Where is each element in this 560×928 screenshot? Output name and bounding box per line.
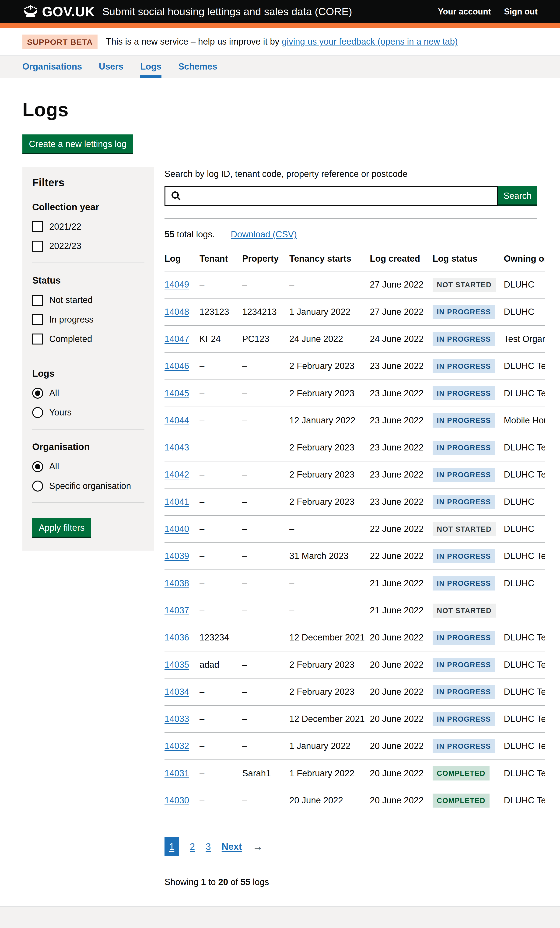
cell-owning-organisation: DLUHC (504, 570, 545, 597)
radio-yours[interactable] (32, 407, 43, 418)
table-row: 14045––2 February 202323 June 2022IN PRO… (165, 380, 545, 407)
radio-all[interactable] (32, 461, 43, 472)
status-badge: IN PROGRESS (433, 549, 495, 563)
log-link-14034[interactable]: 14034 (165, 687, 189, 697)
filter-group-label: Logs (32, 367, 145, 380)
cell-tenancy_starts: 12 December 2021 (289, 705, 370, 733)
checkbox-2022-23[interactable] (32, 241, 43, 252)
filter-option-row: All (32, 388, 145, 399)
cell-owning-organisation: DLUHC Tes (504, 380, 545, 407)
search-button[interactable]: Search (498, 186, 537, 206)
table-row: 14042––2 February 202323 June 2022IN PRO… (165, 461, 545, 488)
log-link-14045[interactable]: 14045 (165, 388, 189, 398)
log-link-14035[interactable]: 14035 (165, 660, 189, 670)
log-link-14047[interactable]: 14047 (165, 334, 189, 344)
phase-banner-text: This is a new service – help us improve … (106, 36, 458, 47)
log-link-14043[interactable]: 14043 (165, 443, 189, 452)
filter-option-row: Completed (32, 333, 145, 345)
cell-tenant: – (200, 434, 242, 461)
pagination-page-3[interactable]: 3 (206, 841, 211, 853)
cell-owning-organisation: DLUHC Tes (504, 543, 545, 570)
your-account-link[interactable]: Your account (438, 6, 491, 17)
cell-log_created: 23 June 2022 (370, 434, 433, 461)
sign-out-link[interactable]: Sign out (504, 6, 538, 17)
checkbox-2021-22[interactable] (32, 221, 43, 232)
filter-divider (32, 263, 145, 263)
cell-log_created: 23 June 2022 (370, 488, 433, 515)
log-link-14040[interactable]: 14040 (165, 524, 189, 534)
nav-link-schemes[interactable]: Schemes (178, 56, 217, 78)
status-badge: IN PROGRESS (433, 712, 495, 726)
nav-link-users[interactable]: Users (99, 56, 124, 78)
cell-tenancy_starts: 1 January 2022 (289, 298, 370, 325)
checkbox-in-progress[interactable] (32, 314, 43, 325)
govuk-logo-link[interactable]: GOV.UK (22, 3, 95, 20)
cell-owning-organisation: DLUHC (504, 516, 545, 543)
cell-tenant: – (200, 570, 242, 597)
footer: Get help with this service Online helpde… (0, 907, 560, 928)
log-link-14038[interactable]: 14038 (165, 578, 189, 588)
cell-tenancy_starts: 1 February 2022 (289, 760, 370, 787)
cell-tenancy_starts: – (289, 570, 370, 597)
service-name-link[interactable]: Submit social housing lettings and sales… (102, 5, 352, 19)
nav-link-logs[interactable]: Logs (140, 56, 162, 78)
cell-log_created: 23 June 2022 (370, 380, 433, 407)
checkbox-completed[interactable] (32, 334, 43, 345)
log-link-14032[interactable]: 14032 (165, 741, 189, 751)
radio-specific-organisation[interactable] (32, 481, 43, 491)
log-link-14049[interactable]: 14049 (165, 279, 189, 289)
filter-option-label: Not started (49, 294, 93, 306)
status-badge: IN PROGRESS (433, 414, 495, 427)
cell-log_created: 21 June 2022 (370, 597, 433, 624)
feedback-link[interactable]: giving us your feedback (opens in a new … (282, 37, 458, 46)
log-link-14042[interactable]: 14042 (165, 470, 189, 479)
cell-owning-organisation (504, 597, 545, 624)
status-badge: IN PROGRESS (433, 386, 495, 400)
cell-owning-organisation: Test Organi (504, 326, 545, 353)
cell-log_created: 23 June 2022 (370, 461, 433, 488)
cell-tenant: 123234 (200, 624, 242, 651)
filter-divider (32, 356, 145, 356)
checkbox-not-started[interactable] (32, 295, 43, 306)
phase-banner: SUPPORT BETA This is a new service – hel… (0, 28, 560, 56)
status-badge: IN PROGRESS (433, 468, 495, 482)
create-lettings-log-button[interactable]: Create a new lettings log (22, 134, 133, 153)
download-csv-link[interactable]: Download (CSV) (231, 229, 297, 239)
log-link-14033[interactable]: 14033 (165, 714, 189, 724)
radio-all[interactable] (32, 388, 43, 398)
apply-filters-button[interactable]: Apply filters (32, 518, 91, 537)
cell-tenant: 123123 (200, 298, 242, 325)
log-link-14036[interactable]: 14036 (165, 632, 189, 642)
cell-tenancy_starts: 2 February 2023 (289, 353, 370, 380)
cell-log_created: 20 June 2022 (370, 705, 433, 733)
cell-tenancy_starts: 2 February 2023 (289, 678, 370, 705)
log-link-14037[interactable]: 14037 (165, 606, 189, 615)
search-input[interactable] (181, 187, 497, 205)
log-link-14046[interactable]: 14046 (165, 361, 189, 371)
log-link-14031[interactable]: 14031 (165, 768, 189, 778)
pagination-page-1[interactable]: 1 (165, 837, 179, 856)
pagination-page-2[interactable]: 2 (190, 841, 195, 853)
cell-tenancy_starts: 2 February 2023 (289, 488, 370, 515)
filter-option-row: Not started (32, 294, 145, 306)
pagination-next-link[interactable]: Next (222, 841, 242, 853)
log-link-14041[interactable]: 14041 (165, 497, 189, 507)
status-badge: IN PROGRESS (433, 495, 495, 509)
log-link-14048[interactable]: 14048 (165, 307, 189, 317)
status-badge: IN PROGRESS (433, 739, 495, 753)
log-link-14030[interactable]: 14030 (165, 795, 189, 805)
log-link-14044[interactable]: 14044 (165, 415, 189, 425)
nav-link-organisations[interactable]: Organisations (22, 56, 82, 78)
status-badge: IN PROGRESS (433, 685, 495, 699)
govuk-logo-text: GOV.UK (42, 3, 95, 20)
cell-owning-organisation: DLUHC (504, 271, 545, 298)
filter-option-label: Yours (49, 407, 72, 418)
cell-owning-organisation: DLUHC Tes (504, 760, 545, 787)
cell-owning-organisation: DLUHC (504, 298, 545, 325)
cell-log_created: 20 June 2022 (370, 651, 433, 678)
status-badge: NOT STARTED (433, 604, 496, 618)
log-link-14039[interactable]: 14039 (165, 551, 189, 561)
filter-option-label: Specific organisation (49, 480, 131, 492)
cell-tenancy_starts: 24 June 2022 (289, 326, 370, 353)
table-row: 14046––2 February 202323 June 2022IN PRO… (165, 353, 545, 380)
